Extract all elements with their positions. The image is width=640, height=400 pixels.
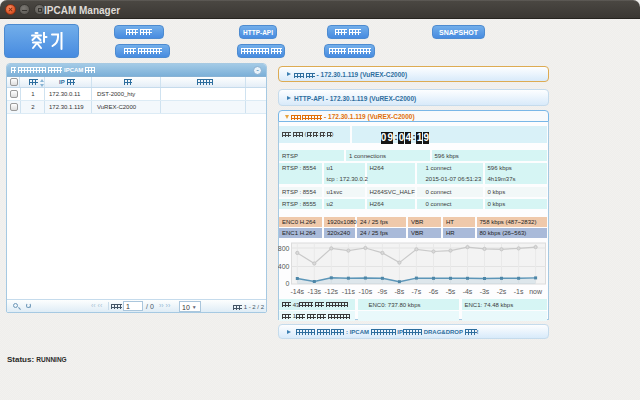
- svg-text:-2s: -2s: [497, 288, 507, 295]
- svg-text:-13s: -13s: [307, 288, 321, 295]
- svg-text:-10s: -10s: [359, 288, 373, 295]
- svg-text:-8s: -8s: [395, 288, 405, 295]
- svg-text:now: now: [529, 288, 543, 295]
- svg-text:0: 0: [286, 280, 290, 287]
- svg-text:400: 400: [278, 263, 290, 270]
- svg-text:-12s: -12s: [324, 288, 338, 295]
- svg-text:-7s: -7s: [412, 288, 422, 295]
- svg-text:-9s: -9s: [378, 288, 388, 295]
- svg-text:-1s: -1s: [514, 288, 524, 295]
- svg-text:-11s: -11s: [342, 288, 356, 295]
- svg-text:800: 800: [278, 245, 290, 252]
- svg-text:-4s: -4s: [463, 288, 473, 295]
- svg-text:-5s: -5s: [446, 288, 456, 295]
- svg-text:-3s: -3s: [480, 288, 490, 295]
- svg-text:-14s: -14s: [290, 288, 304, 295]
- svg-text:-6s: -6s: [429, 288, 439, 295]
